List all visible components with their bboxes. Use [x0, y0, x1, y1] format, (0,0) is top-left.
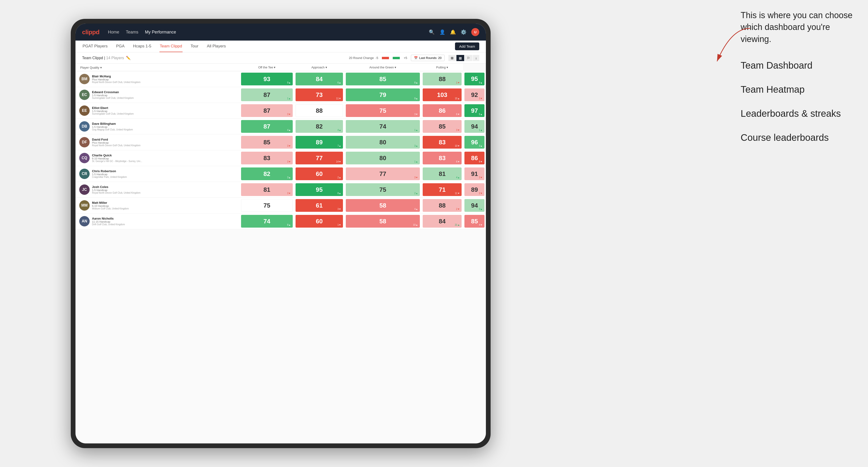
nav-link-teams[interactable]: Teams	[126, 30, 138, 35]
bell-icon[interactable]: 🔔	[450, 29, 456, 35]
metric-change: 11▼	[455, 192, 460, 195]
tab-hcaps[interactable]: Hcaps 1-5	[132, 40, 152, 52]
player-cell[interactable]: EEElliot Ebert1-5 HandicapSunningdale Go…	[75, 103, 240, 119]
player-info: Josh Coles1-5 HandicapRoyal North Devon …	[92, 185, 237, 194]
table-row: CRChris Robertson1-5 HandicapCraigmillar…	[75, 166, 486, 182]
player-handicap: 6-10 Handicap	[92, 157, 237, 160]
metric-value: 60	[316, 218, 323, 225]
player-cell[interactable]: CQCharlie Quick6-10 HandicapSt. George's…	[75, 150, 240, 166]
tab-all-players[interactable]: All Players	[206, 40, 226, 52]
player-cell[interactable]: ANAaron Nicholls11-15 HandicapDrift Golf…	[75, 214, 240, 229]
avatar: CR	[79, 168, 90, 179]
col-approach[interactable]: Approach ▾	[294, 64, 344, 71]
metric-value: 94	[471, 123, 478, 130]
view-grid-btn[interactable]: ⊞	[448, 55, 456, 61]
settings-icon[interactable]: ⚙️	[461, 29, 467, 35]
sub-nav-tabs: PGAT Players PGA Hcaps 1-5 Team Clippd T…	[82, 40, 226, 52]
col-putting[interactable]: Putting ▾	[421, 64, 463, 71]
view-flag-btn[interactable]: ⚐	[465, 55, 472, 61]
nav-link-home[interactable]: Home	[108, 30, 119, 35]
metric-value: 92	[471, 91, 478, 99]
player-info: Dave Billingham1-5 HandicapGog Magog Gol…	[92, 122, 237, 131]
player-club: Woburn Golf Club, United Kingdom	[92, 207, 237, 210]
avatar: MM	[79, 200, 90, 211]
player-cell[interactable]: DBDave Billingham1-5 HandicapGog Magog G…	[75, 119, 240, 134]
tab-team-clippd[interactable]: Team Clippd	[159, 40, 183, 52]
view-download-btn[interactable]: ↓	[473, 55, 479, 61]
player-info: Elliot Ebert1-5 HandicapSunningdale Golf…	[92, 106, 237, 115]
col-off-tee[interactable]: Off the Tee ▾	[240, 64, 294, 71]
player-name: Charlie Quick	[92, 154, 237, 157]
metric-cell: 858▲	[344, 71, 421, 87]
table-row: MMMatt Miller6-10 HandicapWoburn Golf Cl…	[75, 198, 486, 214]
player-info: Edward Crossman1-5 HandicapSunningdale G…	[92, 90, 237, 99]
metric-change: 3▲	[479, 145, 483, 147]
metric-cell: 584▲	[344, 198, 421, 214]
profile-icon[interactable]: 👤	[439, 29, 445, 35]
col-around-green[interactable]: Around the Green ▾	[344, 64, 421, 71]
metric-value: 103	[437, 91, 447, 99]
tab-tour[interactable]: Tour	[190, 40, 199, 52]
metric-change: 8▲	[287, 224, 290, 226]
metric-cell: 833▼	[240, 150, 294, 166]
metric-value: 74	[379, 123, 386, 130]
tab-pga[interactable]: PGA	[116, 40, 125, 52]
avatar: EC	[79, 90, 90, 100]
user-avatar[interactable]: U	[471, 28, 479, 36]
last-rounds-button[interactable]: 📅 Last Rounds: 20	[411, 55, 445, 61]
metric-value: 84	[439, 218, 445, 225]
metric-cell: 892▼	[463, 182, 486, 198]
metric-value: 86	[439, 107, 445, 115]
metric-value: 75	[379, 186, 386, 193]
metric-value: 88	[316, 107, 323, 115]
metric-cell: 602▲	[294, 166, 344, 182]
metric-cell: 814▲	[421, 166, 463, 182]
metric-change: 3▼	[287, 160, 290, 163]
metric-cell: 601▼	[294, 214, 344, 229]
metric-value: 89	[316, 139, 323, 146]
col-player-quality[interactable]: Player Quality ▾	[75, 64, 240, 71]
player-cell[interactable]: DFDavid FordPlus HandicapRoyal North Dev…	[75, 134, 240, 150]
metric-value: 60	[316, 170, 323, 178]
metric-value: 95	[316, 186, 323, 193]
player-count: 14 Players	[106, 56, 124, 60]
team-controls: 20 Round Change -5 +5 📅 Last Rounds: 20 …	[349, 55, 479, 61]
tab-pgat-players[interactable]: PGAT Players	[82, 40, 108, 52]
metric-change: 2▼	[456, 208, 460, 210]
metric-cell: 741▲	[344, 119, 421, 134]
player-cell[interactable]: MMMatt Miller6-10 HandicapWoburn Golf Cl…	[75, 198, 240, 214]
metric-value: 93	[264, 75, 270, 83]
player-handicap: 11-15 Handicap	[92, 220, 237, 223]
add-team-button[interactable]: Add Team	[455, 42, 479, 50]
metric-change: 9▲	[479, 81, 483, 84]
player-name: Blair McHarg	[92, 74, 237, 78]
player-club: Drift Golf Club, United Kingdom	[92, 223, 237, 226]
metric-change: 4▲	[456, 176, 460, 179]
player-cell[interactable]: ECEdward Crossman1-5 HandicapSunningdale…	[75, 87, 240, 103]
view-heatmap-btn[interactable]: ▦	[456, 55, 464, 61]
metric-value: 85	[264, 139, 270, 146]
metric-change: 11▼	[336, 97, 341, 100]
metric-cell: 799▲	[344, 87, 421, 103]
edit-icon[interactable]: ✏️	[126, 56, 131, 60]
metric-change: 10▼	[455, 145, 460, 147]
player-cell[interactable]: CRChris Robertson1-5 HandicapCraigmillar…	[75, 166, 240, 182]
player-cell[interactable]: BMBlair McHargPlus HandicapRoyal North D…	[75, 71, 240, 87]
nav-link-my-performance[interactable]: My Performance	[145, 30, 176, 35]
metric-change: 9▲	[287, 81, 290, 84]
metric-cell: 913▼	[463, 166, 486, 182]
metric-cell: 854▼	[463, 214, 486, 229]
metric-change: 3▼	[338, 208, 341, 210]
avatar: BM	[79, 74, 90, 84]
player-club: Gog Magog Golf Club, United Kingdom	[92, 128, 237, 131]
search-icon[interactable]: 🔍	[429, 29, 435, 35]
player-cell[interactable]: JCJosh Coles1-5 HandicapRoyal North Devo…	[75, 182, 240, 198]
player-club: Sunningdale Golf Club, United Kingdom	[92, 97, 237, 99]
avatar: AN	[79, 216, 90, 226]
metric-value: 94	[471, 202, 478, 209]
metric-change: 7▲	[338, 145, 341, 147]
annotation-menu-item: Leaderboards & streaks	[741, 107, 854, 120]
metric-change: 2▲	[338, 176, 341, 179]
metric-change: 1▲	[287, 97, 290, 100]
calendar-icon: 📅	[414, 56, 418, 60]
